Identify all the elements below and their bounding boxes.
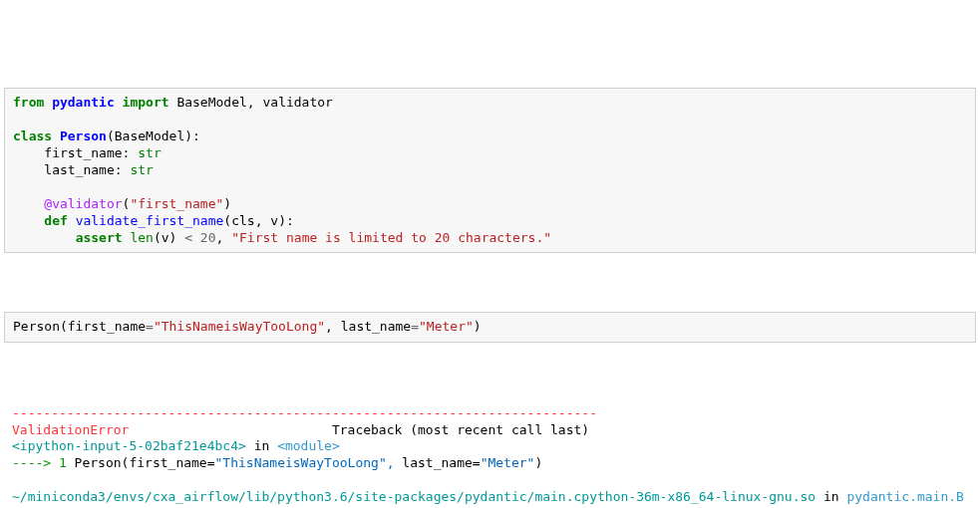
tb-in-2: in xyxy=(816,489,846,504)
call-person-2: Person(first_name xyxy=(13,319,146,334)
code-cell-2[interactable]: Person(first_name="ThisNameisWayTooLong"… xyxy=(4,312,976,343)
tb-in-1: in xyxy=(246,438,277,453)
tb-path: ~/miniconda3/envs/cxa_airflow/lib/python… xyxy=(12,489,816,504)
eq-2b: = xyxy=(411,319,419,334)
tb-header: Traceback (most recent call last) xyxy=(129,422,589,437)
assert-msg: "First name is limited to 20 characters.… xyxy=(231,230,551,245)
keyword-class: class xyxy=(13,128,52,143)
tb-arg1: "ThisNameisWayTooLong", xyxy=(215,455,395,470)
close-2: ) xyxy=(474,319,482,334)
tb-call: (first_name xyxy=(122,455,207,470)
len-arg: (v) xyxy=(154,230,184,245)
builtin-len: len xyxy=(130,230,153,245)
keyword-def: def xyxy=(44,213,67,228)
func-sig: (cls, v): xyxy=(223,213,293,228)
decorator-validator: @validator xyxy=(13,196,123,211)
type-str-1: str xyxy=(138,145,161,160)
field-first-name: first_name: xyxy=(13,145,138,160)
import-list: BaseModel, validator xyxy=(169,95,333,110)
class-base: (BaseModel): xyxy=(107,128,200,143)
op-lt: < xyxy=(184,230,192,245)
tb-error-name: ValidationError xyxy=(12,422,129,437)
class-name: Person xyxy=(60,128,107,143)
tb-mid: last_name xyxy=(395,455,473,470)
module-pydantic: pydantic xyxy=(52,95,115,110)
keyword-import: import xyxy=(123,95,169,110)
func-name: validate_first_name xyxy=(76,213,224,228)
tb-dashes: ----------------------------------------… xyxy=(12,405,597,420)
tb-arg2: "Meter" xyxy=(481,455,535,470)
comma: , xyxy=(216,230,232,245)
num-20: 20 xyxy=(192,230,215,245)
mid-2: , last_name xyxy=(325,319,411,334)
arg-firstname-2: "ThisNameisWayTooLong" xyxy=(154,319,325,334)
field-last-name: last_name: xyxy=(13,162,130,177)
keyword-assert: assert xyxy=(76,230,123,245)
tb-module: <module> xyxy=(277,438,340,453)
decorator-arg: "first_name" xyxy=(130,196,223,211)
traceback-output: ----------------------------------------… xyxy=(4,401,976,508)
tb-person: Person xyxy=(67,455,122,470)
tb-eq1: = xyxy=(207,455,215,470)
arg-lastname-2: "Meter" xyxy=(419,319,474,334)
code-cell-1[interactable]: from pydantic import BaseModel, validato… xyxy=(4,88,976,253)
tb-arrow: ----> 1 xyxy=(12,455,67,470)
tb-eq2: = xyxy=(473,455,481,470)
tb-close: ) xyxy=(534,455,542,470)
eq-2a: = xyxy=(146,319,154,334)
type-str-2: str xyxy=(130,162,153,177)
keyword-from: from xyxy=(13,95,44,110)
tb-ipython-input: <ipython-input-5-02baf21e4bc4> xyxy=(12,438,246,453)
